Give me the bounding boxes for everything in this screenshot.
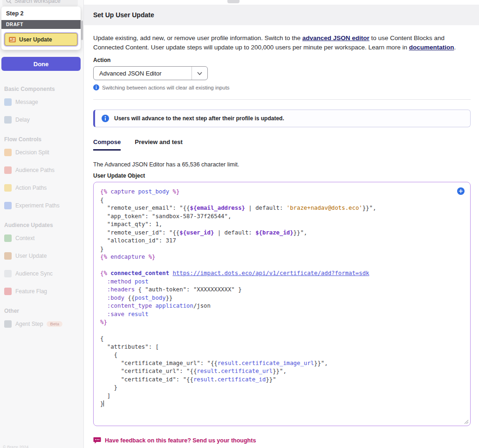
- search-placeholder: Search workspace: [14, 0, 61, 4]
- sidebar-scrollbar[interactable]: [81, 21, 83, 40]
- sidebar-item-audience-paths[interactable]: Audience Paths: [4, 161, 80, 179]
- code-line: :headers { "auth-token": "XXXXXXXXXX" }: [100, 286, 464, 294]
- code-line: "certificate_image_url": "{{result.certi…: [100, 359, 464, 368]
- character-limit-note: The Advanced JSON Editor has a 65,536 ch…: [93, 161, 471, 168]
- code-line: {% endcapture %}: [100, 253, 464, 262]
- sidebar-item-message[interactable]: Message: [4, 93, 80, 111]
- panel-header: Set Up User Update: [84, 5, 479, 25]
- sidebar-item-context[interactable]: Context: [4, 229, 80, 247]
- info-icon: [102, 115, 109, 122]
- sidebar-item-experiment-paths[interactable]: Experiment Paths: [4, 197, 80, 214]
- code-line: "app_token": "sandbox-587-37f26544",: [100, 213, 464, 221]
- sidebar-item-audience-sync[interactable]: Audience Sync: [4, 265, 80, 283]
- sidebar-item-user-update[interactable]: User Update: [4, 247, 80, 265]
- code-line: %}: [100, 318, 464, 327]
- tab-bar: ComposePreview and test: [93, 138, 471, 151]
- advanced-json-editor-link[interactable]: advanced JSON editor: [302, 34, 370, 41]
- code-line: "impact_qty": 1,: [100, 221, 464, 229]
- code-line: }: [100, 400, 464, 408]
- sidebar-section-title-basic-components: Basic Components: [4, 86, 80, 92]
- code-line: {: [100, 351, 464, 359]
- id-card-icon: [9, 37, 16, 42]
- add-personalization-button[interactable]: [457, 187, 465, 195]
- panel-title: Set Up User Update: [93, 11, 154, 19]
- selected-step-chip[interactable]: User Update: [5, 33, 77, 46]
- action-note-text: Switching between actions will clear all…: [102, 85, 230, 90]
- canvas-sidebar: Search workspace Step 2 DRAFT User Updat…: [0, 0, 84, 448]
- sidebar-item-label: Action Paths: [15, 185, 47, 191]
- sidebar-item-feature-flag[interactable]: Feature Flag: [4, 283, 80, 300]
- sidebar-item-label: Context: [15, 235, 34, 241]
- code-line: "certificate_id": "{{result.certificate_…: [100, 376, 464, 384]
- top-toolbar-fragment: [227, 0, 240, 3]
- tab-preview-and-test[interactable]: Preview and test: [135, 138, 183, 151]
- audience-paths-icon: [4, 166, 12, 174]
- feature-flag-icon: [4, 288, 12, 295]
- description-text-3: .: [454, 44, 456, 51]
- step-settings-panel: Set Up User Update Update existing, add …: [84, 0, 479, 448]
- documentation-link[interactable]: documentation: [409, 44, 454, 51]
- editor-block: User Update Object {% capture post_body …: [93, 172, 471, 426]
- experiment-paths-icon: [4, 202, 12, 209]
- json-code-editor[interactable]: {% capture post_body %}{ "remote_user_em…: [93, 182, 471, 426]
- code-line: {% capture post_body %}: [100, 188, 464, 196]
- sidebar-item-label: Decision Split: [15, 149, 49, 156]
- copyright-text: © Braze 2024: [3, 445, 28, 448]
- action-block: Action Advanced JSON Editor Switching be…: [93, 57, 471, 90]
- code-line: :body {{post_body}}: [100, 294, 464, 303]
- code-line: "allocation_id": 317: [100, 237, 464, 245]
- top-strip: [84, 0, 479, 5]
- draft-status-badge: DRAFT: [1, 20, 81, 29]
- code-line: }: [100, 245, 464, 254]
- action-label: Action: [93, 57, 471, 63]
- feedback-link[interactable]: Have feedback on this feature? Send us y…: [93, 437, 471, 444]
- code-line: :save result: [100, 310, 464, 319]
- code-line: :content_type application/json: [100, 302, 464, 310]
- sidebar-item-agent-step[interactable]: Agent StepBeta: [4, 315, 80, 333]
- sidebar-item-action-paths[interactable]: Action Paths: [4, 179, 80, 197]
- code-line: "attributes": [: [100, 343, 464, 352]
- component-palette: Basic ComponentsMessageDelayFlow Control…: [0, 74, 84, 448]
- code-line: "certificate_url": "{{result.certificate…: [100, 367, 464, 376]
- code-line: [100, 327, 464, 335]
- panel-content: Update existing, add new, or remove user…: [84, 34, 479, 444]
- code-line: "remote_user_email": "{{${email_address}…: [100, 204, 464, 213]
- sidebar-item-delay[interactable]: Delay: [4, 111, 80, 129]
- sidebar-item-label: Audience Paths: [15, 167, 55, 173]
- info-banner: Users will advance to the next step afte…: [93, 110, 471, 127]
- sidebar-item-label: Audience Sync: [15, 270, 53, 277]
- user-update-icon: [4, 252, 12, 260]
- decision-split-icon: [4, 149, 12, 156]
- action-paths-icon: [4, 184, 12, 192]
- dropdown-caret: [192, 67, 207, 80]
- done-button[interactable]: Done: [1, 57, 81, 71]
- text-caret: [103, 400, 104, 407]
- action-selected-value: Advanced JSON Editor: [94, 70, 192, 77]
- sidebar-item-label: User Update: [15, 253, 47, 259]
- search-icon: [6, 0, 12, 4]
- canvas-editor-app: Search workspace Step 2 DRAFT User Updat…: [0, 0, 479, 448]
- tab-compose[interactable]: Compose: [93, 138, 121, 151]
- code-line: "remote_user_id": "{{${user_id} | defaul…: [100, 229, 464, 237]
- info-icon: [93, 84, 99, 90]
- step-label: Step 2: [1, 7, 81, 20]
- paper-plane-icon: [4, 98, 12, 106]
- selected-step-label: User Update: [19, 36, 52, 43]
- sidebar-item-label: Experiment Paths: [15, 202, 60, 209]
- code-line: {: [100, 335, 464, 343]
- chevron-down-icon: [197, 72, 202, 75]
- sidebar-section-title-other: Other: [4, 308, 80, 314]
- context-icon: [4, 234, 12, 242]
- sidebar-item-label: Feature Flag: [15, 288, 47, 295]
- agent-step-icon: [4, 320, 12, 328]
- sidebar-section-title-audience-updates: Audience Updates: [4, 222, 80, 228]
- sidebar-item-decision-split[interactable]: Decision Split: [4, 144, 80, 161]
- step-card: Step 2 DRAFT User Update: [1, 7, 81, 50]
- resize-handle[interactable]: [464, 419, 469, 424]
- action-select[interactable]: Advanced JSON Editor: [93, 66, 208, 80]
- beta-badge: Beta: [47, 321, 62, 327]
- clock-icon: [4, 116, 12, 124]
- code-line: :method post: [100, 278, 464, 286]
- feedback-bubble-icon: [93, 437, 101, 444]
- sidebar-item-label: Delay: [15, 117, 30, 123]
